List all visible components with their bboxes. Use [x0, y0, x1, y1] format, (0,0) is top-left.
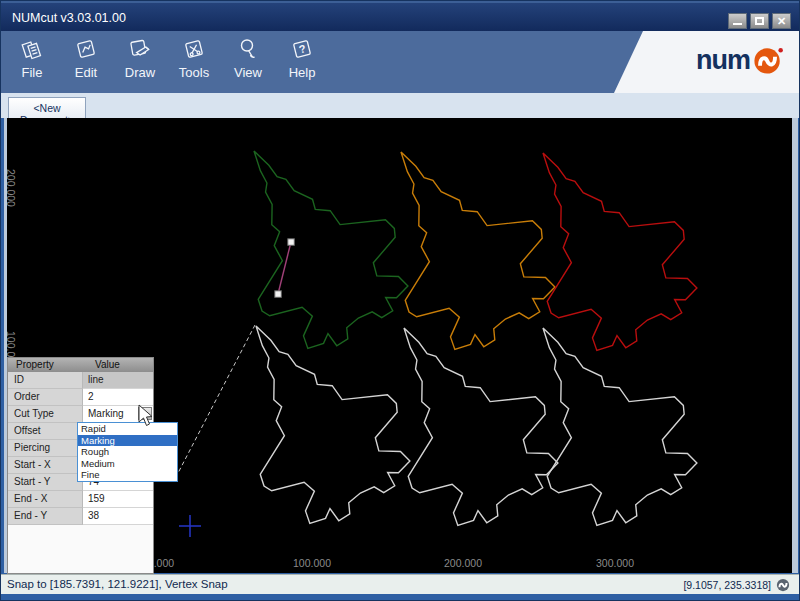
menu-tools[interactable]: Tools — [167, 31, 221, 93]
mouse-cursor-icon — [137, 404, 155, 430]
menu-row: File Edit D — [5, 31, 329, 93]
tab-new-document[interactable]: <New Document> — [8, 97, 86, 118]
jet-outline[interactable] — [338, 287, 581, 547]
num-logo: num — [696, 45, 783, 75]
property-row: End - Y38 — [8, 508, 153, 525]
app-window: NUMcut v3.03.01.00 ✕ num — [0, 0, 800, 601]
view-icon — [235, 36, 261, 62]
menu-help[interactable]: ? Help — [275, 31, 329, 93]
jet-outline[interactable] — [188, 118, 431, 370]
property-label: Start - X — [8, 457, 83, 474]
title-bar: NUMcut v3.03.01.00 ✕ — [1, 1, 799, 31]
property-row: End - X159 — [8, 491, 153, 508]
line-handle-start[interactable] — [288, 239, 295, 246]
selected-line[interactable] — [278, 242, 291, 294]
dropdown-option[interactable]: Marking — [78, 435, 177, 447]
tab-bar: <New Document> — [1, 93, 799, 118]
dropdown-option[interactable]: Medium — [78, 458, 177, 470]
snap-status: Snap to [185.7391, 121.9221], Vertex Sna… — [7, 578, 228, 590]
minimize-icon — [733, 22, 742, 25]
property-label: Order — [8, 389, 83, 406]
panel-filler — [8, 525, 153, 569]
svg-text:?: ? — [298, 42, 308, 55]
menu-edit[interactable]: Edit — [59, 31, 113, 93]
crosshair-marker — [179, 515, 201, 537]
property-label: End - Y — [8, 508, 83, 525]
property-value[interactable]: line — [83, 372, 153, 389]
properties-header: Property Value — [8, 358, 153, 372]
x-axis-label: 200.000 — [444, 557, 482, 569]
header-value: Value — [83, 358, 153, 372]
x-axis-label: 100.000 — [293, 557, 331, 569]
minimize-button[interactable] — [728, 13, 747, 29]
cut-type-dropdown: RapidMarkingRoughMediumFine — [77, 422, 178, 482]
property-value[interactable]: 38 — [83, 508, 153, 525]
jet-outline[interactable] — [190, 285, 433, 545]
menu-label: File — [22, 65, 43, 80]
dropdown-option[interactable]: Fine — [78, 469, 177, 481]
status-bar: Snap to [185.7391, 121.9221], Vertex Sna… — [1, 574, 799, 594]
dropdown-option[interactable]: Rapid — [78, 423, 177, 435]
x-axis-label: 300.000 — [596, 557, 634, 569]
menu-file[interactable]: File — [5, 31, 59, 93]
menu-draw[interactable]: Draw — [113, 31, 167, 93]
y-axis-label: 200.000 — [7, 169, 17, 207]
property-value[interactable]: 159 — [83, 491, 153, 508]
file-icon — [19, 36, 45, 62]
close-icon: ✕ — [777, 16, 786, 27]
jet-outline[interactable] — [477, 118, 720, 372]
property-label: ID — [8, 372, 83, 389]
jet-outline[interactable] — [335, 118, 578, 371]
property-label: Cut Type — [8, 406, 83, 423]
menu-label: Help — [289, 65, 316, 80]
maximize-button[interactable] — [750, 13, 769, 29]
menu-label: Draw — [125, 65, 155, 80]
status-num-icon — [776, 578, 790, 592]
help-icon: ? — [289, 36, 315, 62]
property-row: Cut TypeMarking▼ — [8, 406, 153, 423]
property-label: End - X — [8, 491, 83, 508]
num-logo-icon — [753, 45, 783, 75]
dropdown-option[interactable]: Rough — [78, 446, 177, 458]
tools-icon — [181, 36, 207, 62]
maximize-icon — [755, 17, 764, 25]
num-logo-text: num — [696, 47, 750, 74]
draw-icon — [127, 36, 153, 62]
property-row: IDline — [8, 372, 153, 389]
close-button[interactable]: ✕ — [772, 13, 791, 29]
cursor-coordinates: [9.1057, 235.3318] — [683, 579, 771, 591]
menu-label: Edit — [75, 65, 97, 80]
menu-label: Tools — [179, 65, 209, 80]
jet-layer — [188, 118, 720, 547]
window-controls: ✕ — [728, 13, 791, 29]
property-label: Offset — [8, 423, 83, 440]
right-scroll-strip[interactable] — [792, 118, 798, 573]
line-handle-end[interactable] — [275, 291, 282, 298]
header-property: Property — [8, 358, 83, 372]
property-label: Piercing — [8, 440, 83, 457]
toolbar: num File — [1, 31, 799, 93]
menu-label: View — [234, 65, 262, 80]
rubber-band-line — [177, 325, 255, 475]
property-label: Start - Y — [8, 474, 83, 491]
window-title: NUMcut v3.03.01.00 — [12, 11, 126, 25]
property-row: Order2 — [8, 389, 153, 406]
menu-view[interactable]: View — [221, 31, 275, 93]
edit-icon — [73, 36, 99, 62]
